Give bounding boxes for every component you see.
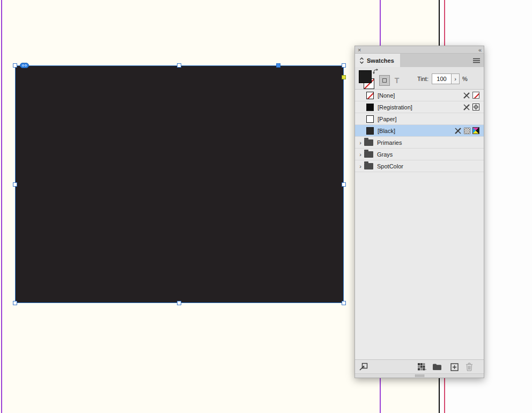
handle-middle-left[interactable] bbox=[13, 182, 17, 187]
color-group-folder-icon bbox=[364, 163, 373, 169]
registration-swatch-chip bbox=[366, 104, 374, 111]
selected-rectangle-frame[interactable] bbox=[15, 65, 344, 303]
panel-cycle-icon bbox=[359, 57, 364, 64]
handle-top-right[interactable] bbox=[342, 63, 346, 68]
tab-swatches[interactable]: Swatches bbox=[355, 54, 400, 67]
swatch-row-paper[interactable]: [Paper] bbox=[355, 113, 484, 125]
expand-chevron-icon[interactable]: › bbox=[358, 139, 363, 146]
non-editable-pen-icon bbox=[463, 104, 470, 111]
margin-guide-left bbox=[1, 0, 2, 413]
show-swatch-kinds-button[interactable] bbox=[417, 362, 426, 372]
none-indicator-icon bbox=[472, 92, 479, 99]
formatting-affects-container-button[interactable] bbox=[379, 75, 390, 86]
panel-tab-bar: Swatches bbox=[355, 54, 484, 67]
group-row-spotcolor[interactable]: › SpotColor bbox=[355, 160, 484, 172]
swatch-row-registration[interactable]: [Registration] bbox=[355, 101, 484, 113]
handle-top-solid[interactable] bbox=[276, 63, 280, 68]
non-editable-pen-icon bbox=[463, 92, 470, 99]
handle-top-middle[interactable] bbox=[177, 63, 181, 68]
handle-middle-right[interactable] bbox=[342, 182, 346, 187]
tint-dropdown-icon[interactable]: › bbox=[451, 73, 460, 84]
live-corner-widget[interactable] bbox=[342, 75, 346, 79]
swatch-label: [Registration] bbox=[378, 104, 463, 110]
handle-bottom-right[interactable] bbox=[342, 301, 346, 305]
swatch-list-empty-area bbox=[355, 172, 484, 359]
formatting-affects-text-button[interactable]: T bbox=[393, 75, 401, 86]
handle-bottom-left[interactable] bbox=[13, 301, 17, 305]
black-swatch-chip bbox=[366, 127, 374, 135]
color-group-folder-icon bbox=[364, 139, 373, 146]
link-badge-icon[interactable] bbox=[20, 63, 29, 68]
swatch-row-none[interactable]: [None] bbox=[355, 90, 484, 101]
expand-chevron-icon[interactable]: › bbox=[358, 163, 363, 169]
delete-swatch-button[interactable] bbox=[464, 362, 474, 372]
group-row-primaries[interactable]: › Primaries bbox=[355, 137, 484, 149]
add-to-cc-library-button[interactable] bbox=[359, 362, 368, 372]
group-row-grays[interactable]: › Grays bbox=[355, 149, 484, 160]
expand-chevron-icon[interactable]: › bbox=[358, 151, 363, 158]
swap-fill-stroke-icon[interactable] bbox=[373, 69, 379, 75]
panel-menu-icon[interactable] bbox=[473, 58, 480, 63]
registration-icon bbox=[472, 104, 479, 110]
paper-swatch-chip bbox=[366, 115, 374, 123]
fill-proxy-black[interactable] bbox=[359, 70, 372, 83]
swatch-label: [Paper] bbox=[378, 116, 481, 122]
new-color-group-button[interactable] bbox=[432, 362, 442, 372]
collapse-panel-icon[interactable]: « bbox=[478, 47, 481, 53]
percent-label: % bbox=[462, 76, 468, 82]
group-label: Grays bbox=[377, 151, 481, 158]
process-color-icon bbox=[464, 128, 470, 134]
swatch-label: [None] bbox=[378, 92, 463, 99]
cmyk-color-mode-icon bbox=[472, 127, 479, 134]
group-label: Primaries bbox=[377, 139, 481, 146]
panel-topbar: × « bbox=[355, 46, 484, 54]
group-label: SpotColor bbox=[377, 163, 481, 169]
swatch-label: [Black] bbox=[378, 128, 454, 134]
tint-input[interactable] bbox=[432, 73, 451, 84]
handle-top-left[interactable] bbox=[13, 63, 17, 68]
tint-label: Tint: bbox=[417, 76, 431, 82]
panel-resize-grip[interactable] bbox=[355, 373, 484, 378]
fill-stroke-tint-controls: T Tint: › % bbox=[355, 67, 484, 90]
non-editable-pen-icon bbox=[454, 127, 462, 135]
handle-bottom-middle[interactable] bbox=[177, 301, 181, 305]
color-group-folder-icon bbox=[364, 151, 373, 158]
panel-bottom-toolbar bbox=[355, 359, 484, 373]
swatches-panel: × « Swatches T Tint: › % [None] bbox=[354, 46, 484, 378]
new-swatch-button[interactable] bbox=[449, 362, 459, 372]
tab-label: Swatches bbox=[367, 57, 394, 64]
swatch-list: [None] [Registration] [Paper bbox=[355, 90, 484, 172]
swatch-row-black[interactable]: [Black] bbox=[355, 125, 484, 137]
close-icon[interactable]: × bbox=[358, 47, 361, 53]
none-swatch-chip bbox=[366, 92, 374, 99]
